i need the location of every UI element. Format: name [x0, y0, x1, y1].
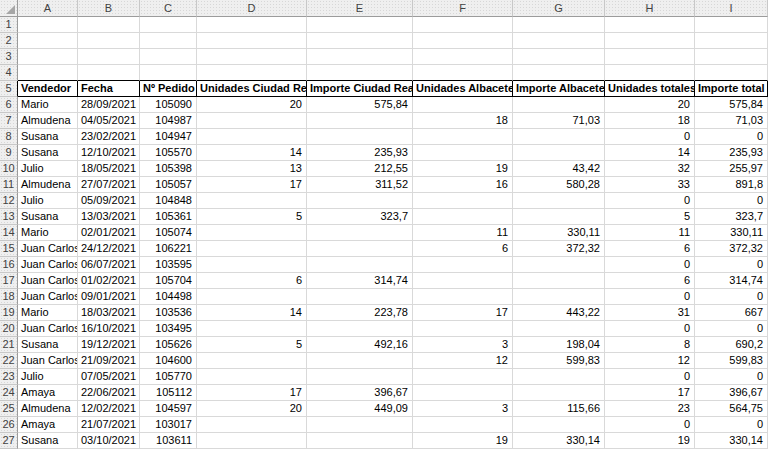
- cell-F19[interactable]: 17: [413, 305, 513, 321]
- cell-A7[interactable]: Almudena: [18, 113, 78, 129]
- cell-F3[interactable]: [413, 49, 513, 65]
- row-header-11[interactable]: 11: [0, 177, 18, 193]
- cell-C25[interactable]: 104597: [140, 401, 197, 417]
- row-header-16[interactable]: 16: [0, 257, 18, 273]
- cell-A19[interactable]: Mario: [18, 305, 78, 321]
- cell-B23[interactable]: 07/05/2021: [78, 369, 140, 385]
- column-header-G[interactable]: G: [513, 0, 605, 17]
- cell-I2[interactable]: [695, 33, 768, 49]
- cell-F26[interactable]: [413, 417, 513, 433]
- cell-H15[interactable]: 6: [605, 241, 695, 257]
- cell-G13[interactable]: [513, 209, 605, 225]
- cell-E21[interactable]: 492,16: [307, 337, 413, 353]
- cell-D1[interactable]: [197, 17, 307, 33]
- cell-D25[interactable]: 20: [197, 401, 307, 417]
- cell-G22[interactable]: 599,83: [513, 353, 605, 369]
- row-header-22[interactable]: 22: [0, 353, 18, 369]
- cell-I26[interactable]: 0: [695, 417, 768, 433]
- cell-B24[interactable]: 22/06/2021: [78, 385, 140, 401]
- cell-B1[interactable]: [78, 17, 140, 33]
- cell-H20[interactable]: 0: [605, 321, 695, 337]
- cell-G17[interactable]: [513, 273, 605, 289]
- cell-C7[interactable]: 104987: [140, 113, 197, 129]
- cell-C9[interactable]: 105570: [140, 145, 197, 161]
- cell-G2[interactable]: [513, 33, 605, 49]
- row-header-13[interactable]: 13: [0, 209, 18, 225]
- cell-G7[interactable]: 71,03: [513, 113, 605, 129]
- cell-F27[interactable]: 19: [413, 433, 513, 449]
- cell-H5[interactable]: Unidades totales: [605, 81, 695, 97]
- row-header-6[interactable]: 6: [0, 97, 18, 113]
- cell-A26[interactable]: Amaya: [18, 417, 78, 433]
- cell-C21[interactable]: 105626: [140, 337, 197, 353]
- cell-G16[interactable]: [513, 257, 605, 273]
- cell-E7[interactable]: [307, 113, 413, 129]
- cell-H6[interactable]: 20: [605, 97, 695, 113]
- cell-F25[interactable]: 3: [413, 401, 513, 417]
- cell-F5[interactable]: Unidades Albacete: [413, 81, 513, 97]
- cell-B8[interactable]: 23/02/2021: [78, 129, 140, 145]
- cell-E27[interactable]: [307, 433, 413, 449]
- cell-I27[interactable]: 330,14: [695, 433, 768, 449]
- cell-C2[interactable]: [140, 33, 197, 49]
- cell-C8[interactable]: 104947: [140, 129, 197, 145]
- cell-F4[interactable]: [413, 65, 513, 81]
- cell-B11[interactable]: 27/07/2021: [78, 177, 140, 193]
- cell-D7[interactable]: [197, 113, 307, 129]
- cell-H25[interactable]: 23: [605, 401, 695, 417]
- cell-D21[interactable]: 5: [197, 337, 307, 353]
- cell-I9[interactable]: 235,93: [695, 145, 768, 161]
- row-header-9[interactable]: 9: [0, 145, 18, 161]
- cell-C27[interactable]: 103611: [140, 433, 197, 449]
- cell-B27[interactable]: 03/10/2021: [78, 433, 140, 449]
- row-header-24[interactable]: 24: [0, 385, 18, 401]
- cell-B26[interactable]: 21/07/2021: [78, 417, 140, 433]
- cell-C18[interactable]: 104498: [140, 289, 197, 305]
- cell-I15[interactable]: 372,32: [695, 241, 768, 257]
- cell-E24[interactable]: 396,67: [307, 385, 413, 401]
- cell-C4[interactable]: [140, 65, 197, 81]
- cell-E5[interactable]: Importe Ciudad Real: [307, 81, 413, 97]
- cell-A10[interactable]: Julio: [18, 161, 78, 177]
- cell-D14[interactable]: [197, 225, 307, 241]
- cell-A5[interactable]: Vendedor: [18, 81, 78, 97]
- cell-H3[interactable]: [605, 49, 695, 65]
- cell-D13[interactable]: 5: [197, 209, 307, 225]
- cell-I4[interactable]: [695, 65, 768, 81]
- cell-A20[interactable]: Juan Carlos: [18, 321, 78, 337]
- row-header-10[interactable]: 10: [0, 161, 18, 177]
- cell-C17[interactable]: 105704: [140, 273, 197, 289]
- row-header-20[interactable]: 20: [0, 321, 18, 337]
- cell-E15[interactable]: [307, 241, 413, 257]
- cell-F2[interactable]: [413, 33, 513, 49]
- cell-G26[interactable]: [513, 417, 605, 433]
- cell-D8[interactable]: [197, 129, 307, 145]
- cell-I14[interactable]: 330,11: [695, 225, 768, 241]
- cell-H4[interactable]: [605, 65, 695, 81]
- column-header-I[interactable]: I: [695, 0, 768, 17]
- cell-H22[interactable]: 12: [605, 353, 695, 369]
- cell-I23[interactable]: 0: [695, 369, 768, 385]
- cell-E2[interactable]: [307, 33, 413, 49]
- row-header-8[interactable]: 8: [0, 129, 18, 145]
- cell-G21[interactable]: 198,04: [513, 337, 605, 353]
- cell-E11[interactable]: 311,52: [307, 177, 413, 193]
- cell-C13[interactable]: 105361: [140, 209, 197, 225]
- cell-F23[interactable]: [413, 369, 513, 385]
- cell-D26[interactable]: [197, 417, 307, 433]
- row-header-25[interactable]: 25: [0, 401, 18, 417]
- cell-E20[interactable]: [307, 321, 413, 337]
- cell-C1[interactable]: [140, 17, 197, 33]
- cell-B10[interactable]: 18/05/2021: [78, 161, 140, 177]
- cell-A11[interactable]: Almudena: [18, 177, 78, 193]
- cell-G6[interactable]: [513, 97, 605, 113]
- cell-E1[interactable]: [307, 17, 413, 33]
- cell-F20[interactable]: [413, 321, 513, 337]
- cell-C5[interactable]: Nº Pedido: [140, 81, 197, 97]
- column-header-H[interactable]: H: [605, 0, 695, 17]
- cell-G25[interactable]: 115,66: [513, 401, 605, 417]
- cell-E9[interactable]: 235,93: [307, 145, 413, 161]
- row-header-15[interactable]: 15: [0, 241, 18, 257]
- cell-G4[interactable]: [513, 65, 605, 81]
- row-header-19[interactable]: 19: [0, 305, 18, 321]
